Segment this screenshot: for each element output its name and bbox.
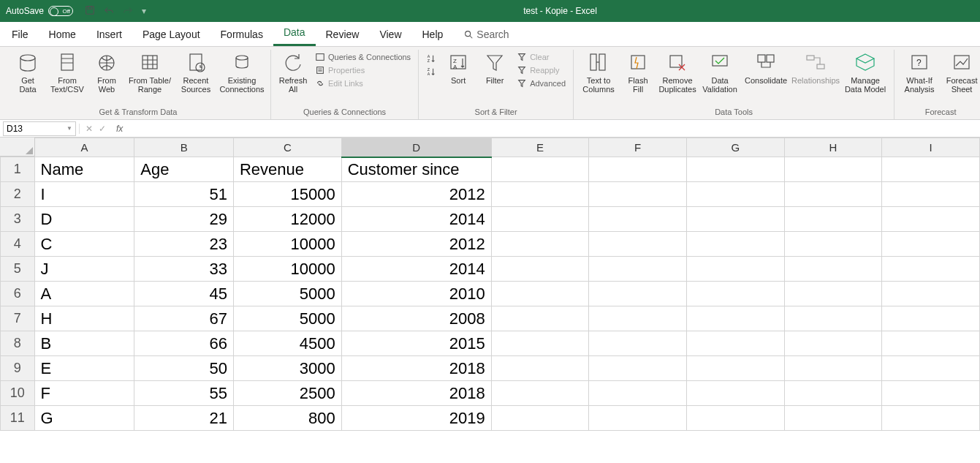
cell-I4[interactable] — [882, 232, 980, 257]
row-header[interactable]: 9 — [1, 356, 35, 381]
cell-B11[interactable]: 21 — [134, 406, 234, 431]
from-table-range-button[interactable]: From Table/Range — [126, 50, 174, 94]
what-if-analysis-button[interactable]: ? What-IfAnalysis — [899, 50, 940, 94]
tab-page-layout[interactable]: Page Layout — [132, 23, 210, 46]
cell-E6[interactable] — [491, 282, 589, 306]
cell-F10[interactable] — [589, 381, 687, 406]
cell-H2[interactable] — [784, 182, 882, 207]
tab-review[interactable]: Review — [316, 23, 370, 46]
existing-connections-button[interactable]: ExistingConnections — [218, 50, 266, 94]
cell-B3[interactable]: 29 — [134, 207, 234, 232]
cell-H8[interactable] — [784, 331, 882, 356]
cell-B1[interactable]: Age — [134, 157, 234, 182]
cell-C8[interactable]: 4500 — [233, 331, 341, 356]
row-header[interactable]: 4 — [1, 232, 35, 257]
cell-A11[interactable]: G — [34, 406, 134, 431]
row-header[interactable]: 10 — [1, 381, 35, 406]
cancel-icon[interactable]: ✕ — [86, 124, 93, 134]
cell-C2[interactable]: 15000 — [233, 182, 341, 207]
cell-B4[interactable]: 23 — [134, 232, 234, 257]
cell-C7[interactable]: 5000 — [233, 306, 341, 331]
row-header[interactable]: 11 — [1, 406, 35, 431]
flash-fill-button[interactable]: FlashFill — [620, 50, 656, 94]
filter-button[interactable]: Filter — [477, 50, 512, 85]
cell-C6[interactable]: 5000 — [233, 282, 341, 306]
row-header[interactable]: 3 — [1, 207, 35, 232]
cell-G5[interactable] — [686, 257, 784, 282]
cell-F11[interactable] — [589, 406, 687, 431]
cell-G7[interactable] — [686, 306, 784, 331]
cell-A7[interactable]: H — [34, 306, 134, 331]
cell-F1[interactable] — [589, 157, 687, 182]
tell-me-search[interactable]: Search — [453, 23, 519, 46]
cell-C4[interactable]: 10000 — [233, 232, 341, 257]
cell-H10[interactable] — [784, 381, 882, 406]
cell-B10[interactable]: 55 — [134, 381, 234, 406]
tab-data[interactable]: Data — [273, 20, 316, 46]
cell-G4[interactable] — [686, 232, 784, 257]
cell-G3[interactable] — [686, 207, 784, 232]
row-header[interactable]: 6 — [1, 282, 35, 306]
sort-button[interactable]: ZA Sort — [441, 50, 476, 85]
cell-F5[interactable] — [589, 257, 687, 282]
cell-E1[interactable] — [491, 157, 589, 182]
cell-A2[interactable]: I — [34, 182, 134, 207]
column-header-H[interactable]: H — [784, 138, 882, 157]
from-text-csv-button[interactable]: FromText/CSV — [47, 50, 88, 94]
cell-B2[interactable]: 51 — [134, 182, 234, 207]
select-all-corner[interactable] — [0, 138, 35, 157]
cell-H3[interactable] — [784, 207, 882, 232]
refresh-all-button[interactable]: RefreshAll — [276, 50, 311, 94]
cell-D4[interactable]: 2012 — [341, 232, 491, 257]
column-header-F[interactable]: F — [589, 138, 687, 157]
reapply-button[interactable]: Reapply — [515, 64, 567, 76]
column-header-I[interactable]: I — [882, 138, 980, 157]
cell-I2[interactable] — [882, 182, 980, 207]
cell-I10[interactable] — [882, 381, 980, 406]
cell-B6[interactable]: 45 — [134, 282, 234, 306]
cell-E2[interactable] — [491, 182, 589, 207]
cell-I1[interactable] — [882, 157, 980, 182]
cell-D9[interactable]: 2018 — [341, 356, 491, 381]
cell-A9[interactable]: E — [34, 356, 134, 381]
cell-C5[interactable]: 10000 — [233, 257, 341, 282]
data-validation-button[interactable]: DataValidation — [699, 50, 740, 94]
cell-A8[interactable]: B — [34, 331, 134, 356]
qat-customize-icon[interactable]: ▾ — [142, 6, 146, 16]
name-box[interactable]: D13 ▼ — [3, 121, 76, 136]
cell-C1[interactable]: Revenue — [233, 157, 341, 182]
cell-H1[interactable] — [784, 157, 882, 182]
remove-duplicates-button[interactable]: RemoveDuplicates — [657, 50, 698, 94]
cell-D5[interactable]: 2014 — [341, 257, 491, 282]
autosave-toggle[interactable]: AutoSave Off — [6, 6, 73, 16]
cell-A1[interactable]: Name — [34, 157, 134, 182]
column-header-C[interactable]: C — [233, 138, 341, 157]
column-header-D[interactable]: D — [341, 138, 491, 157]
consolidate-button[interactable]: Consolidate — [742, 50, 790, 85]
cell-G2[interactable] — [686, 182, 784, 207]
column-header-B[interactable]: B — [134, 138, 234, 157]
relationships-button[interactable]: Relationships — [791, 50, 840, 85]
cell-H6[interactable] — [784, 282, 882, 306]
cell-I8[interactable] — [882, 331, 980, 356]
tab-insert[interactable]: Insert — [86, 23, 132, 46]
cell-E10[interactable] — [491, 381, 589, 406]
cell-D10[interactable]: 2018 — [341, 381, 491, 406]
cell-H4[interactable] — [784, 232, 882, 257]
cell-G6[interactable] — [686, 282, 784, 306]
column-header-E[interactable]: E — [491, 138, 589, 157]
enter-icon[interactable]: ✓ — [99, 124, 106, 134]
edit-links-button[interactable]: Edit Links — [314, 78, 412, 89]
cell-C9[interactable]: 3000 — [233, 356, 341, 381]
cell-D1[interactable]: Customer since — [341, 157, 491, 182]
chevron-down-icon[interactable]: ▼ — [67, 125, 72, 132]
cell-H5[interactable] — [784, 257, 882, 282]
cell-E7[interactable] — [491, 306, 589, 331]
cell-I7[interactable] — [882, 306, 980, 331]
cell-B7[interactable]: 67 — [134, 306, 234, 331]
cell-I6[interactable] — [882, 282, 980, 306]
sort-desc-button[interactable]: ZA — [425, 66, 438, 78]
cell-H9[interactable] — [784, 356, 882, 381]
cell-B5[interactable]: 33 — [134, 257, 234, 282]
autosave-off-icon[interactable]: Off — [48, 6, 73, 16]
